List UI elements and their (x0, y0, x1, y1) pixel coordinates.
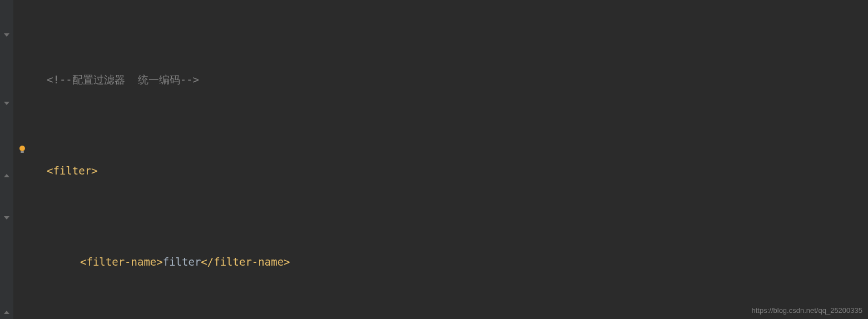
code-editor[interactable]: <!--配置过滤器 统一编码--> <filter> <filter-name>… (0, 0, 868, 319)
code-line[interactable]: <!--配置过滤器 统一编码--> (13, 68, 868, 91)
fold-marker-icon[interactable] (3, 308, 10, 315)
code-line[interactable]: <filter-name>filter</filter-name> (13, 251, 868, 273)
code-area[interactable]: <!--配置过滤器 统一编码--> <filter> <filter-name>… (13, 0, 868, 319)
xml-comment-close: --> (180, 73, 199, 86)
fold-marker-icon[interactable] (3, 101, 10, 108)
xml-tag: <filter-name> (80, 256, 163, 268)
fold-marker-icon[interactable] (3, 216, 10, 222)
xml-comment-open: <!-- (47, 73, 72, 86)
fold-marker-icon[interactable] (3, 171, 10, 178)
xml-tag: </filter-name> (201, 256, 290, 268)
gutter (0, 0, 13, 319)
code-line[interactable]: <filter> (13, 160, 868, 182)
xml-tag: <filter> (47, 165, 98, 177)
watermark-text: https://blog.csdn.net/qq_25200335 (752, 306, 863, 315)
fold-marker-icon[interactable] (3, 33, 10, 39)
xml-comment-text: 配置过滤器 统一编码 (72, 73, 180, 86)
xml-text: filter (163, 256, 201, 268)
